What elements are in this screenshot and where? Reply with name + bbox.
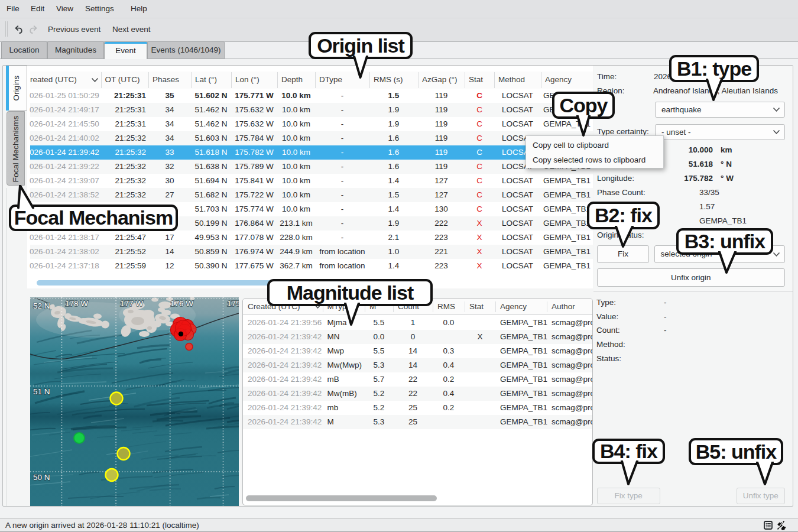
svg-text:175: 175 [227,299,239,308]
svg-text:177 W: 177 W [120,299,143,308]
svg-text:52 N: 52 N [33,301,50,310]
svg-text:178 W: 178 W [65,299,88,308]
svg-text:50 N: 50 N [33,473,50,482]
svg-text:176 W: 176 W [170,299,193,308]
svg-text:51 N: 51 N [33,387,50,396]
